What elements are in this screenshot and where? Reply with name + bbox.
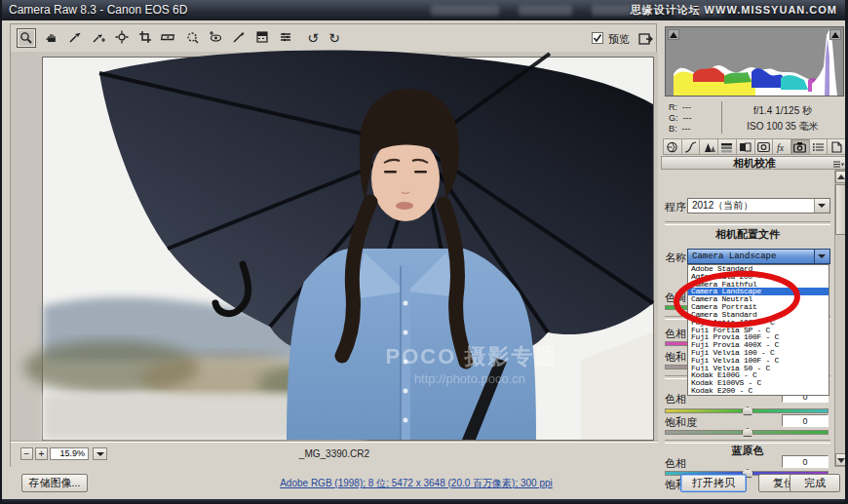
blue-hue-value[interactable]: 0	[782, 455, 829, 468]
list-item[interactable]: Fuji Astia 100F - C	[688, 319, 829, 327]
green-hue-label: 色相	[665, 392, 686, 407]
red-hue-label: 色相	[665, 327, 686, 341]
scroll-down-icon[interactable]	[835, 453, 847, 466]
panel-header: 相机校准	[661, 156, 848, 170]
list-item[interactable]: Fuji Provia 400X - C	[688, 341, 829, 349]
green-sat-value[interactable]: 0	[782, 414, 829, 427]
highlight-clipping-icon[interactable]	[829, 29, 841, 40]
fullscreen-toggle-icon[interactable]	[636, 30, 656, 50]
list-item[interactable]: Camera Faithful	[688, 281, 829, 289]
adjustments-panel: R: --- G: --- B: --- f/1.4 1/125 秒 ISO 1…	[661, 23, 848, 467]
shadow-clipping-icon[interactable]	[668, 29, 679, 40]
profile-name-value: Camera Landscape	[692, 252, 776, 261]
divider	[665, 221, 830, 225]
save-image-button[interactable]: 存储图像...	[21, 474, 88, 492]
slider-thumb[interactable]	[742, 428, 753, 437]
svg-text:fx: fx	[777, 142, 785, 153]
white-balance-tool-icon[interactable]	[65, 28, 85, 48]
exposure-info: f/1.4 1/125 秒	[723, 104, 842, 118]
list-item[interactable]: Adobe Standard	[688, 265, 829, 273]
graduated-filter-tool-icon[interactable]	[252, 28, 272, 48]
panel-scrollbar[interactable]	[834, 170, 848, 467]
r-value: ---	[682, 102, 691, 112]
hand-tool-icon[interactable]	[42, 28, 61, 48]
list-item[interactable]: Fuji Velvia 100 - C	[688, 349, 829, 357]
slider-thumb[interactable]	[742, 407, 753, 415]
tab-presets[interactable]	[810, 138, 829, 155]
rotate-right-icon[interactable]: ↻	[325, 28, 344, 48]
list-item[interactable]: Kodak E200 - C	[688, 387, 829, 395]
red-eye-removal-tool-icon[interactable]	[206, 28, 225, 48]
g-value: ---	[683, 113, 692, 123]
green-sat-slider[interactable]	[665, 430, 829, 435]
iso-focal-info: ISO 100 35 毫米	[723, 120, 842, 134]
image-canvas: POCO 摄影专题 http://photo.poco.cn	[11, 52, 658, 442]
tab-hsl-grayscale[interactable]	[718, 138, 737, 155]
tab-detail[interactable]	[700, 138, 718, 155]
crop-tool-icon[interactable]	[135, 28, 155, 48]
titlebar-blur-block	[519, 5, 572, 16]
workflow-options-link[interactable]: Adobe RGB (1998); 8 位; 5472 x 3648 (20.0…	[265, 477, 567, 490]
zoom-statusbar: − + 15.9% _MG_3390.CR2	[11, 442, 658, 467]
tab-basic[interactable]	[663, 138, 682, 155]
b-value: ---	[682, 124, 691, 134]
panel-title: 相机校准	[733, 157, 776, 169]
tab-camera-calibration[interactable]	[791, 138, 810, 155]
open-copy-button[interactable]: 打开拷贝	[680, 474, 747, 492]
spot-removal-tool-icon[interactable]	[182, 28, 202, 48]
list-item[interactable]: Camera Neutral	[688, 295, 829, 303]
process-label: 程序:	[665, 200, 689, 214]
profile-section-header: 相机配置文件	[661, 227, 834, 242]
list-item[interactable]: Fuji Velvia 50 - C	[688, 365, 829, 372]
process-value: 2012（当前）	[692, 200, 752, 211]
check-icon	[593, 33, 602, 43]
preview-label: 预览	[608, 32, 630, 47]
r-label: R:	[669, 102, 677, 112]
adjustment-brush-tool-icon[interactable]	[229, 28, 249, 48]
profile-name-label: 名称:	[665, 251, 689, 265]
scrollbar-thumb[interactable]	[835, 184, 847, 235]
tab-effects[interactable]: fx	[773, 138, 791, 155]
chevron-down-icon[interactable]	[814, 250, 829, 263]
list-item[interactable]: Fuji Fortia SP - C	[688, 327, 829, 334]
divider	[721, 101, 722, 134]
calibration-content: 程序: 2012（当前） 相机配置文件 名称: Camera Landscape…	[661, 170, 834, 467]
window-bottom-edge	[2, 499, 848, 504]
green-sat-label: 饱和度	[665, 415, 697, 430]
scroll-up-icon[interactable]	[835, 171, 847, 183]
profile-name-dropdown[interactable]: Camera Landscape	[687, 249, 830, 264]
chevron-down-icon[interactable]	[814, 199, 829, 213]
list-item[interactable]: Fuji Provia 100F - C	[688, 333, 829, 341]
list-item[interactable]: Camera Portrait	[688, 303, 829, 311]
list-item[interactable]: Fuji Velvia 100F - C	[688, 357, 829, 365]
tab-lens-corrections[interactable]	[755, 138, 774, 155]
zoom-tool-icon[interactable]	[17, 28, 36, 48]
preferences-icon[interactable]	[276, 28, 295, 48]
window-titlebar[interactable]: Camera Raw 8.3 - Canon EOS 6D 思缘设计论坛 WWW…	[2, 0, 845, 20]
panel-tabstrip: fx	[663, 138, 846, 155]
g-label: G:	[669, 113, 678, 123]
photo-preview[interactable]: POCO 摄影专题 http://photo.poco.cn	[42, 57, 654, 441]
process-dropdown[interactable]: 2012（当前）	[687, 198, 830, 213]
window-title: Camera Raw 8.3 - Canon EOS 6D	[9, 3, 187, 17]
list-item[interactable]: Kodak E100G - C	[688, 371, 829, 379]
targeted-adjustment-tool-icon[interactable]	[112, 28, 132, 48]
list-item[interactable]: Agfa Scala 200 - C	[688, 273, 829, 281]
rotate-left-icon[interactable]: ↺	[303, 28, 323, 48]
histogram[interactable]	[665, 26, 844, 97]
straighten-tool-icon[interactable]	[159, 28, 178, 48]
done-button[interactable]: 完成	[790, 474, 840, 492]
list-item[interactable]: Camera Standard	[688, 311, 829, 319]
image-filename: _MG_3390.CR2	[11, 448, 658, 459]
preview-checkbox[interactable]	[592, 32, 603, 44]
list-item[interactable]: Kodak E100VS - C	[688, 379, 829, 387]
green-hue-slider[interactable]	[665, 408, 829, 413]
list-item-selected[interactable]: Camera Landscape	[688, 288, 829, 295]
tab-snapshots[interactable]	[828, 138, 846, 155]
profile-dropdown-list: Adobe Standard Agfa Scala 200 - C Camera…	[687, 264, 829, 396]
tab-split-toning[interactable]	[737, 138, 755, 155]
camera-raw-dialog: Camera Raw 8.3 - Canon EOS 6D 思缘设计论坛 WWW…	[0, 0, 848, 504]
tab-tone-curve[interactable]	[682, 138, 701, 155]
shadow-tint-label: 色调	[665, 291, 686, 305]
color-sampler-tool-icon[interactable]	[89, 28, 108, 48]
